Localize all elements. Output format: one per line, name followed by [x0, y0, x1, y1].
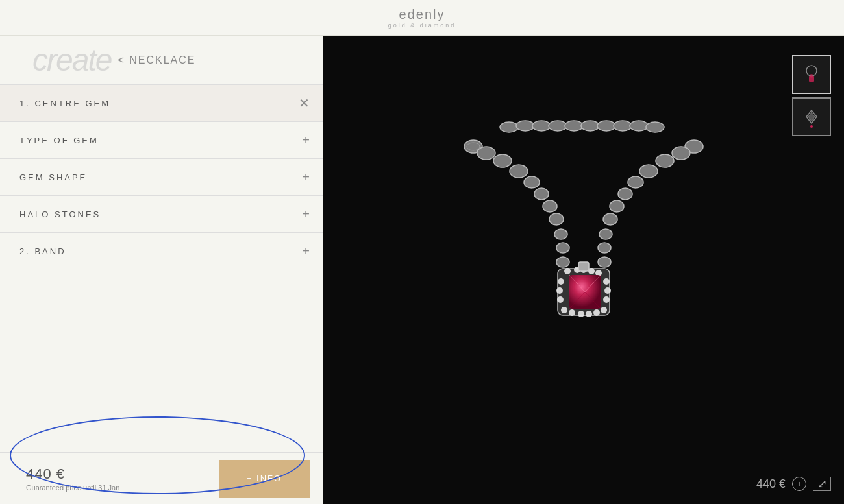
svg-point-21 — [599, 229, 612, 239]
plus-icon-shape: + — [302, 171, 310, 184]
svg-point-46 — [558, 278, 564, 285]
svg-point-5 — [510, 165, 528, 178]
gem-shape-label: GEM SHAPE — [19, 173, 87, 182]
band-title: 2. BAND — [19, 246, 66, 256]
bottom-price-amount: 440 € — [756, 477, 786, 491]
price-guarantee: Guaranteed price until 31 Jan — [26, 484, 206, 492]
accordion-item-type-of-gem: TYPE OF GEM + — [0, 121, 323, 158]
svg-rect-57 — [578, 262, 589, 271]
svg-point-23 — [598, 257, 611, 267]
logo-sub: gold & diamond — [388, 22, 456, 29]
svg-point-33 — [646, 122, 664, 132]
left-panel: create < NECKLACE 1. CENTRE GEM ✕ TYPE O… — [0, 36, 323, 504]
breadcrumb-area: create < NECKLACE — [0, 36, 323, 84]
svg-point-6 — [524, 176, 540, 188]
svg-point-48 — [557, 296, 564, 303]
svg-point-41 — [569, 309, 575, 316]
main-layout: create < NECKLACE 1. CENTRE GEM ✕ TYPE O… — [0, 36, 844, 504]
svg-point-32 — [630, 121, 648, 131]
svg-point-28 — [565, 121, 583, 131]
close-icon: ✕ — [299, 97, 310, 110]
svg-point-9 — [549, 213, 564, 225]
accordion: 1. CENTRE GEM ✕ TYPE OF GEM + GEM SHAPE … — [0, 84, 323, 504]
svg-point-12 — [556, 257, 569, 267]
necklace-image — [337, 69, 830, 471]
svg-point-27 — [549, 121, 567, 131]
site-header: edenly gold & diamond — [0, 0, 844, 36]
right-panel: 440 € i ⤢ — [323, 36, 844, 504]
accordion-header-type-of-gem[interactable]: TYPE OF GEM + — [0, 122, 323, 158]
price-info: 440 € Guaranteed price until 31 Jan — [13, 458, 219, 499]
svg-point-26 — [532, 121, 551, 131]
expand-button[interactable]: ⤢ — [813, 477, 831, 491]
logo: edenly gold & diamond — [388, 7, 456, 29]
svg-point-50 — [604, 287, 611, 294]
info-circle-button[interactable]: i — [792, 477, 806, 491]
thumbnail-panel — [792, 55, 831, 136]
info-symbol: i — [799, 479, 801, 488]
accordion-header-gem-shape[interactable]: GEM SHAPE + — [0, 159, 323, 195]
svg-point-29 — [581, 121, 599, 131]
plus-icon-type: + — [302, 134, 310, 147]
svg-point-4 — [493, 154, 512, 167]
svg-point-7 — [534, 188, 549, 200]
breadcrumb[interactable]: < NECKLACE — [118, 54, 195, 66]
svg-point-20 — [603, 213, 617, 225]
accordion-item-halo-stones: HALO STONES + — [0, 195, 323, 232]
svg-point-47 — [556, 287, 563, 294]
price-bar: 440 € Guaranteed price until 31 Jan + IN… — [0, 452, 323, 504]
thumb-necklace-icon — [799, 62, 825, 88]
accordion-header-band[interactable]: 2. BAND + — [0, 233, 323, 269]
svg-point-3 — [477, 147, 495, 160]
plus-icon-halo: + — [302, 208, 310, 221]
svg-point-10 — [554, 229, 567, 239]
create-logo: create — [32, 42, 111, 78]
centre-gem-title: 1. CENTRE GEM — [19, 99, 110, 108]
logo-text: edenly — [399, 7, 445, 22]
thumbnail-front[interactable] — [792, 55, 831, 94]
svg-point-49 — [603, 278, 610, 285]
bottom-right-price-area: 440 € i ⤢ — [756, 477, 831, 491]
svg-point-45 — [601, 307, 607, 313]
plus-icon-band: + — [302, 245, 310, 258]
svg-point-22 — [598, 243, 611, 253]
svg-point-35 — [564, 268, 571, 274]
jewelry-display — [323, 36, 844, 504]
svg-point-18 — [618, 188, 632, 200]
accordion-item-gem-shape: GEM SHAPE + — [0, 158, 323, 195]
svg-point-17 — [628, 176, 643, 188]
svg-point-43 — [586, 311, 592, 317]
accordion-section-centre-gem: 1. CENTRE GEM ✕ — [0, 84, 323, 121]
svg-point-44 — [593, 309, 600, 316]
accordion-header-centre-gem[interactable]: 1. CENTRE GEM ✕ — [0, 85, 323, 121]
accordion-header-halo-stones[interactable]: HALO STONES + — [0, 196, 323, 232]
expand-symbol: ⤢ — [817, 477, 827, 491]
svg-point-16 — [639, 165, 658, 178]
svg-point-8 — [543, 200, 557, 212]
thumb-side-icon — [799, 104, 825, 130]
svg-point-24 — [500, 122, 518, 132]
svg-point-14 — [672, 147, 690, 160]
svg-point-25 — [516, 121, 534, 131]
halo-stones-label: HALO STONES — [19, 210, 101, 219]
svg-point-19 — [610, 200, 624, 212]
type-of-gem-label: TYPE OF GEM — [19, 136, 99, 145]
thumbnail-side[interactable] — [792, 97, 831, 136]
svg-point-30 — [597, 121, 615, 131]
price-amount: 440 € — [26, 466, 206, 483]
svg-point-11 — [556, 243, 569, 253]
svg-point-31 — [614, 121, 632, 131]
svg-point-65 — [810, 125, 813, 128]
svg-point-15 — [656, 154, 674, 167]
info-button[interactable]: + INFO — [219, 460, 310, 498]
svg-point-40 — [561, 307, 567, 313]
svg-point-61 — [810, 74, 813, 78]
svg-point-51 — [603, 296, 610, 303]
accordion-section-band: 2. BAND + — [0, 232, 323, 269]
svg-point-42 — [578, 311, 584, 317]
